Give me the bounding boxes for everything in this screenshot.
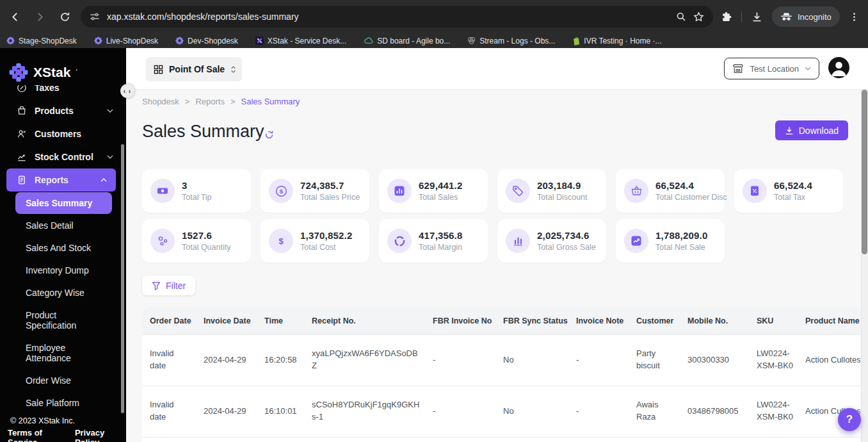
privacy-policy-link[interactable]: Privacy Policy	[75, 428, 121, 442]
filter-button[interactable]: Filter	[142, 275, 195, 295]
bookmark-live-shopdesk[interactable]: Live-ShopDesk	[94, 37, 158, 45]
forward-button[interactable]	[29, 6, 50, 27]
cell-fbr-sync-status: No	[495, 386, 568, 437]
sidebar-collapse-toggle[interactable]: ‹ ›	[120, 84, 134, 98]
site-settings-icon[interactable]	[90, 12, 100, 22]
percent-circle-icon	[17, 85, 27, 93]
help-button[interactable]: ?	[838, 408, 861, 431]
zoom-icon[interactable]	[676, 12, 686, 22]
address-bar[interactable]: xap.xstak.com/shopdesk/reports/sales-sum…	[81, 6, 713, 28]
stat-card-total-tip: 3Total Tip	[142, 169, 251, 213]
sidebar-subitem-category-wise[interactable]: Category Wise	[19, 282, 112, 304]
back-button[interactable]	[4, 6, 25, 27]
sidebar-subitem-sales-and-stock[interactable]: Sales And Stock	[19, 237, 112, 259]
cell-invoice-date: 2024-04-29	[196, 386, 257, 437]
store-icon	[732, 63, 744, 74]
margin-ring-icon	[387, 229, 412, 253]
sidebar-subitem-sales-detail[interactable]: Sales Detail	[19, 215, 112, 236]
bookmark-label: Stage-ShopDesk	[19, 37, 77, 45]
terms-of-service-link[interactable]: Terms of Service	[8, 428, 62, 442]
sidebar-item-products[interactable]: Products	[0, 99, 122, 122]
sidebar-subitem-product-specification[interactable]: Product Specification	[19, 304, 112, 336]
page-scrollbar-thumb[interactable]	[862, 90, 867, 254]
cell-receipt-no: sCSoH8YDRuKjF1gqK9GKHs-1	[304, 386, 425, 437]
shopify-bag-icon	[572, 37, 580, 45]
sort-chevrons-icon	[230, 65, 236, 74]
bookmark-xstak-service-desk[interactable]: XStak - Service Desk...	[255, 37, 346, 45]
bookmark-stream-logs[interactable]: Stream - Logs - Obs...	[467, 37, 555, 45]
page-scrollbar[interactable]	[861, 90, 868, 442]
bookmark-sd-board[interactable]: SD board - Agile bo...	[364, 37, 450, 45]
stat-label: Total Tip	[182, 193, 212, 202]
stat-value: 203,184.9	[537, 180, 588, 191]
chevron-down-icon	[107, 109, 113, 113]
filter-label: Filter	[166, 281, 186, 291]
bookmark-ivr-testing[interactable]: IVR Testing · Home ·...	[572, 37, 661, 45]
downloads-icon[interactable]	[751, 12, 762, 22]
bookmark-dev-shopdesk[interactable]: Dev-Shopdesk	[175, 37, 238, 45]
col-product-name: Product Name	[798, 307, 860, 334]
sidebar-subitem-order-wise[interactable]: Order Wise	[19, 370, 112, 391]
stat-label: Total Tax	[774, 193, 812, 202]
chevron-down-icon	[107, 155, 113, 159]
sidebar-item-label: Products	[35, 106, 74, 116]
download-button[interactable]: Download	[775, 120, 848, 140]
stat-value: 2,025,734.6	[537, 230, 596, 241]
stat-value: 629,441.2	[419, 180, 463, 191]
stat-value: 3	[182, 180, 212, 191]
sidebar-subitem-sale-platform[interactable]: Sale Platform	[19, 392, 112, 413]
bookmark-label: SD board - Agile bo...	[377, 37, 450, 45]
cell-customer: Party biscuit	[629, 334, 680, 386]
cell-receipt-no: xyaLPQjzxWA6F6YDASoDBZ	[304, 334, 425, 386]
sidebar-footer: © 2023 XStak Inc. Terms of Service Priva…	[0, 413, 126, 442]
sidebar-subitem-employee-attendance[interactable]: Employee Attendance	[19, 337, 112, 369]
breadcrumb-shopdesk[interactable]: Shopdesk	[142, 97, 179, 106]
cell-customer: Awais Raza	[629, 386, 680, 437]
table-row[interactable]: Invalid date 2024-04-29 16:20:58 xyaLPQj…	[142, 334, 860, 386]
stat-value: 1,788,209.0	[655, 230, 707, 241]
grid-icon	[154, 65, 163, 74]
url-text[interactable]: xap.xstak.com/shopdesk/reports/sales-sum…	[107, 12, 669, 22]
stat-card-total-margin: 417,356.8Total Margin	[379, 219, 488, 263]
sidebar-item-label: Reports	[35, 175, 68, 185]
brand-logo[interactable]: XStak'	[0, 48, 126, 84]
extensions-icon[interactable]	[721, 12, 732, 22]
stat-card-total-sales: 629,441.2Total Sales	[379, 169, 488, 213]
stat-value: 417,356.8	[419, 230, 463, 241]
cell-fbr-invoice-no: -	[425, 334, 495, 386]
refresh-button[interactable]	[264, 130, 274, 140]
sidebar-item-label: Stock Control	[35, 152, 93, 162]
bookmark-label: Dev-Shopdesk	[188, 37, 238, 45]
user-avatar[interactable]	[828, 57, 849, 78]
reload-button[interactable]	[54, 6, 75, 27]
quantity-dots-icon	[150, 229, 175, 253]
bookmark-stage-shopdesk[interactable]: Stage-ShopDesk	[6, 37, 77, 45]
table-row[interactable]: Invalid date 2024-04-29 16:10:01 sCSoH8Y…	[142, 386, 860, 437]
stat-card-total-discount: 203,184.9Total Discount	[497, 169, 606, 213]
sidebar-item-reports[interactable]: Reports	[6, 168, 116, 192]
sidebar-subitem-inventory-dump[interactable]: Inventory Dump	[19, 259, 112, 281]
breadcrumb-separator: >	[185, 97, 190, 106]
location-selector[interactable]: Test Location	[724, 58, 819, 79]
sidebar-item-taxes[interactable]: Taxes	[0, 85, 122, 99]
breadcrumb-reports[interactable]: Reports	[195, 97, 225, 106]
copyright-text: © 2023 XStak Inc.	[5, 416, 121, 425]
cell-product-name: Action Cullotes	[798, 334, 860, 386]
menu-dots-icon[interactable]	[849, 12, 859, 22]
chevron-up-icon	[100, 178, 107, 182]
cell-invoice-date: 2024-04-29	[196, 334, 257, 386]
rings-icon	[467, 37, 476, 45]
stat-value: 66,524.4	[655, 180, 727, 191]
stat-card-total-net-sale: 1,788,209.0Total Net Sale	[616, 219, 725, 263]
bookmark-star-icon[interactable]	[693, 12, 704, 22]
dollar-circle-icon: $	[269, 179, 293, 203]
sidebar-item-stock-control[interactable]: Stock Control	[0, 145, 122, 168]
point-of-sale-button[interactable]: Point Of Sale	[146, 57, 242, 81]
sidebar-item-customers[interactable]: Customers	[0, 122, 122, 145]
stat-card-total-quantity: 1527.6Total Quantity	[142, 219, 251, 263]
stat-cards-row-1: 3Total Tip $ 724,385.7Total Sales Price …	[142, 169, 843, 213]
sidebar-scrollbar[interactable]	[121, 144, 124, 413]
breadcrumb-sales-summary[interactable]: Sales Summary	[241, 97, 300, 106]
stat-label: Total Quantity	[182, 243, 230, 252]
sidebar-subitem-sales-summary[interactable]: Sales Summary	[15, 192, 112, 214]
